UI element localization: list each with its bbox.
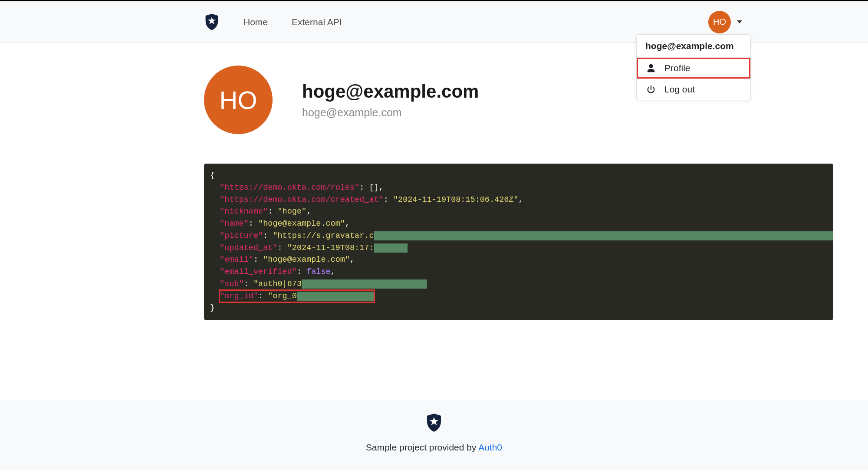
user-dropdown: hoge@example.com Profile Log out	[636, 34, 751, 100]
dropdown-item-logout[interactable]: Log out	[637, 79, 750, 100]
nav-links: Home External API	[243, 17, 342, 27]
navbar-inner: Home External API HO hoge@example.com Pr…	[117, 1, 751, 43]
auth0-shield-logo-icon	[204, 13, 220, 31]
dropdown-item-profile[interactable]: Profile	[637, 58, 750, 79]
user-menu-toggle[interactable]: HO	[708, 11, 742, 33]
chevron-down-icon	[737, 20, 742, 23]
redaction-block: xxxxxxxxxxxxxxxxxxxxxxxxxx	[302, 279, 427, 289]
nav-link-external-api[interactable]: External API	[292, 17, 342, 27]
nav-left: Home External API	[204, 13, 342, 31]
nav-link-home[interactable]: Home	[243, 17, 268, 27]
avatar-large: HO	[204, 66, 273, 134]
footer-auth0-link[interactable]: Auth0	[478, 442, 502, 452]
dropdown-header-email: hoge@example.com	[637, 35, 750, 58]
power-icon	[646, 85, 656, 94]
navbar: Home External API HO hoge@example.com Pr…	[0, 1, 868, 43]
user-icon	[646, 63, 656, 73]
dropdown-item-label: Profile	[664, 63, 690, 73]
redaction-block: xxxxxxx	[374, 243, 408, 253]
dropdown-item-label: Log out	[664, 84, 695, 95]
profile-subtitle: hoge@example.com	[302, 106, 479, 119]
avatar-small: HO	[708, 11, 731, 33]
redaction-block: xxxxxxxxxxxxxxxx	[297, 292, 374, 301]
redaction-block: xxxxxxxxxxxxxxxxxxxxxxxxxxxxxxxxxxxxxxxx…	[374, 231, 833, 240]
footer-text: Sample project provided by Auth0	[0, 442, 868, 453]
org-id-highlight-box: "org_id": "org_0xxxxxxxxxxxxxxxx	[220, 290, 374, 302]
profile-title: hoge@example.com	[302, 81, 479, 102]
footer: Sample project provided by Auth0	[0, 400, 868, 470]
json-code-block: { "https://demo.okta.com/roles": [], "ht…	[204, 164, 833, 320]
profile-info: hoge@example.com hoge@example.com	[302, 81, 479, 119]
footer-logo-icon	[425, 413, 443, 434]
